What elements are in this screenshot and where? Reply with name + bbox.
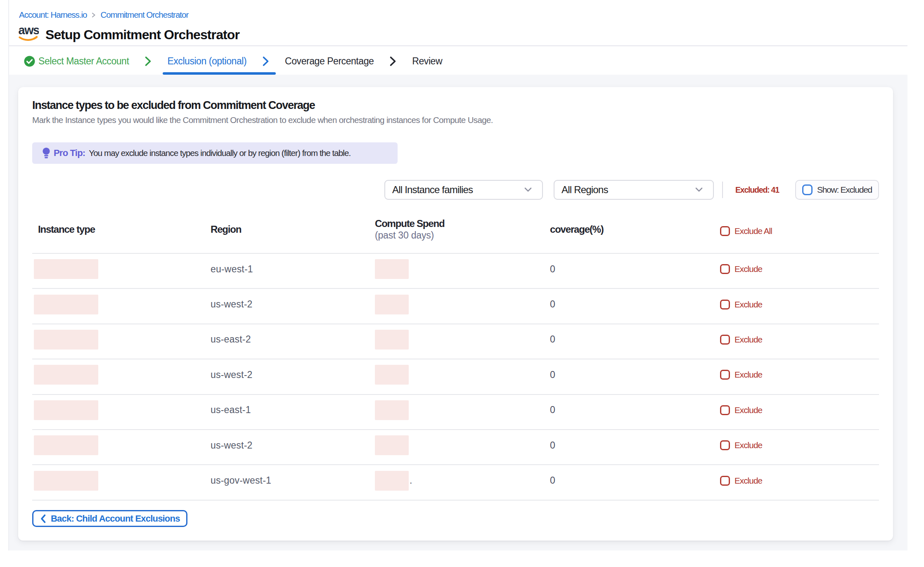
chevron-left-icon — [40, 514, 47, 524]
exclude-label: Exclude — [734, 370, 762, 380]
cell-instance-type — [32, 400, 208, 420]
exclude-checkbox[interactable] — [720, 476, 730, 486]
cell-exclude: Exclude — [717, 476, 879, 486]
cell-instance-type — [32, 330, 208, 350]
exclude-toggle[interactable]: Exclude — [720, 300, 879, 309]
exclude-checkbox[interactable] — [720, 405, 730, 415]
cell-instance-type — [32, 471, 208, 491]
exclude-checkbox[interactable] — [720, 300, 730, 309]
cell-instance-type — [32, 295, 208, 314]
card-heading: Instance types to be excluded from Commi… — [32, 87, 879, 112]
step-exclusion[interactable]: Exclusion (optional) — [167, 48, 285, 75]
spend-suffix: . — [410, 475, 412, 486]
cell-region: eu-west-1 — [208, 264, 375, 275]
instance-families-select[interactable]: All Instance families — [384, 180, 543, 200]
show-excluded-toggle[interactable]: Show: Excluded — [795, 180, 879, 200]
cell-instance-type — [32, 259, 208, 279]
step-wizard: Select Master Account Exclusion (optiona… — [9, 45, 907, 75]
svg-text:aws: aws — [19, 24, 39, 37]
redacted-compute-spend — [375, 400, 409, 420]
aws-logo-icon: aws — [18, 24, 39, 42]
cell-compute-spend — [375, 259, 547, 279]
page-body: Instance types to be excluded from Commi… — [9, 75, 907, 550]
redacted-instance-type — [34, 435, 98, 455]
exclude-checkbox[interactable] — [720, 264, 730, 274]
back-button[interactable]: Back: Child Account Exclusions — [32, 510, 187, 527]
exclude-label: Exclude — [734, 264, 762, 274]
lightbulb-icon — [42, 147, 50, 159]
table-row: us-east-1 0 Exclude — [32, 395, 879, 430]
table-row: us-west-2 0 Exclude — [32, 430, 879, 465]
exclude-toggle[interactable]: Exclude — [720, 405, 879, 415]
exclude-toggle[interactable]: Exclude — [720, 440, 879, 450]
step-label: Review — [412, 56, 442, 67]
step-label: Select Master Account — [38, 56, 129, 67]
breadcrumb-account-link[interactable]: Account: Harness.io — [19, 10, 87, 20]
cell-compute-spend — [375, 400, 547, 420]
redacted-instance-type — [34, 471, 98, 491]
filter-divider — [722, 182, 723, 198]
breadcrumb: Account: Harness.io Commitment Orchestra… — [19, 9, 907, 21]
protip-label: Pro Tip: — [54, 148, 85, 158]
redacted-instance-type — [34, 259, 98, 279]
exclusion-card: Instance types to be excluded from Commi… — [18, 87, 893, 541]
back-button-label: Back: Child Account Exclusions — [51, 513, 180, 524]
exclude-label: Exclude — [734, 335, 762, 345]
step-coverage-percentage[interactable]: Coverage Percentage — [285, 56, 374, 67]
step-select-master-account[interactable]: Select Master Account — [24, 56, 129, 67]
redacted-instance-type — [34, 295, 98, 314]
redacted-compute-spend — [375, 471, 409, 491]
cell-compute-spend — [375, 330, 547, 350]
redacted-instance-type — [34, 400, 98, 420]
redacted-instance-type — [34, 330, 98, 350]
instance-families-value: All Instance families — [392, 184, 473, 196]
redacted-compute-spend — [375, 259, 409, 279]
page-title: Setup Commitment Orchestrator — [45, 27, 239, 43]
exclude-checkbox[interactable] — [720, 370, 730, 380]
table-row: eu-west-1 0 Exclude — [32, 254, 879, 289]
filter-row: All Instance families All Regions Exclud… — [32, 180, 879, 200]
cell-compute-spend — [375, 365, 547, 385]
show-excluded-checkbox[interactable] — [802, 184, 813, 195]
exclude-toggle[interactable]: Exclude — [720, 264, 879, 274]
column-header-coverage: coverage(%) — [547, 224, 717, 235]
table-row: us-east-2 0 Exclude — [32, 324, 879, 359]
cell-coverage: 0 — [547, 404, 717, 416]
regions-select[interactable]: All Regions — [554, 180, 714, 200]
cell-coverage: 0 — [547, 475, 717, 486]
cell-coverage: 0 — [547, 369, 717, 380]
exclude-label: Exclude — [734, 440, 762, 450]
step-chevron-icon-blue — [261, 56, 270, 67]
table-row: us-gov-west-1 . 0 Exclude — [32, 465, 879, 500]
column-header-compute-spend: Compute Spend (past 30 days) — [375, 218, 547, 241]
column-header-exclude-all: Exclude All — [717, 223, 879, 236]
cell-region: us-gov-west-1 — [208, 475, 375, 486]
exclude-label: Exclude — [734, 300, 762, 309]
chevron-down-icon — [693, 186, 705, 194]
redacted-compute-spend — [375, 365, 409, 385]
protip-text: You may exclude instance types individua… — [89, 148, 351, 158]
exclude-toggle[interactable]: Exclude — [720, 370, 879, 380]
card-subheading: Mark the Instance types you would like t… — [32, 115, 879, 125]
exclude-checkbox[interactable] — [720, 335, 730, 345]
step-label: Coverage Percentage — [285, 56, 374, 67]
cell-compute-spend — [375, 295, 547, 314]
excluded-count: Excluded: 41 — [735, 185, 779, 195]
table-body: eu-west-1 0 Exclude us-west-2 0 Exclude — [32, 254, 879, 501]
chevron-down-icon — [522, 186, 534, 194]
breadcrumb-page-link[interactable]: Commitment Orchestrator — [100, 10, 188, 20]
page-header: Account: Harness.io Commitment Orchestra… — [9, 0, 907, 45]
exclude-checkbox[interactable] — [720, 440, 730, 450]
exclude-all-label: Exclude All — [734, 226, 772, 236]
app-root: Account: Harness.io Commitment Orchestra… — [0, 0, 924, 567]
exclude-all-checkbox[interactable] — [720, 226, 730, 236]
cell-region: us-west-2 — [208, 369, 375, 380]
step-review[interactable]: Review — [412, 56, 442, 67]
show-excluded-label: Show: Excluded — [817, 185, 872, 195]
exclude-toggle[interactable]: Exclude — [720, 476, 879, 486]
cell-coverage: 0 — [547, 299, 717, 310]
cell-compute-spend — [375, 435, 547, 455]
cell-exclude: Exclude — [717, 335, 879, 345]
table-row: us-west-2 0 Exclude — [32, 289, 879, 324]
exclude-toggle[interactable]: Exclude — [720, 335, 879, 345]
